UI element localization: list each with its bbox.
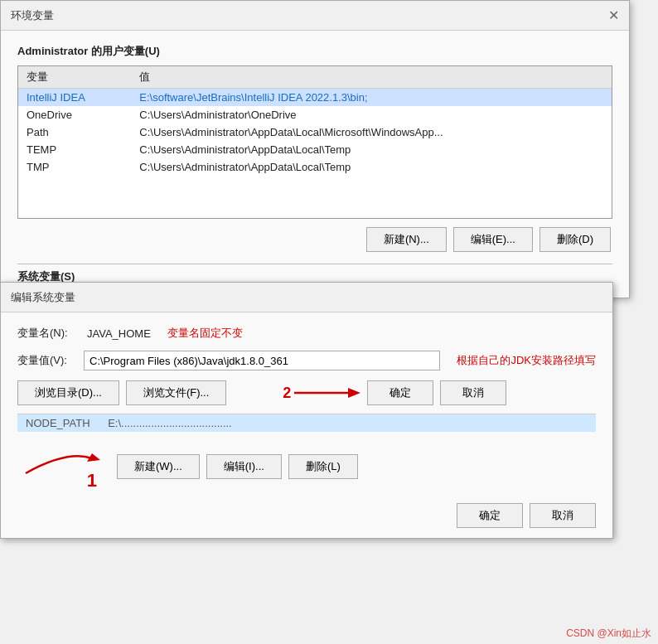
dialog-title: 环境变量 bbox=[11, 8, 54, 23]
edit-dialog-titlebar: 编辑系统变量 bbox=[1, 283, 612, 312]
edit-ok-button[interactable]: 确定 bbox=[367, 380, 433, 405]
dialog-body: Administrator 的用户变量(U) 变量 值 IntelliJ IDE… bbox=[1, 31, 629, 298]
col-value-header: 值 bbox=[131, 66, 612, 89]
user-btn-row: 新建(N)... 编辑(E)... 删除(D) bbox=[17, 227, 612, 252]
table-row[interactable]: TMP C:\Users\Administrator\AppData\Local… bbox=[18, 158, 612, 176]
edit-button-row: 浏览目录(D)... 浏览文件(F)... 2 确定 取消 bbox=[17, 380, 596, 405]
var-value-cell: C:\Users\Administrator\AppData\Local\Tem… bbox=[131, 141, 612, 158]
svg-marker-1 bbox=[348, 388, 360, 398]
user-env-table-container: 变量 值 IntelliJ IDEA E:\software\JetBrains… bbox=[17, 65, 612, 219]
user-section-title: Administrator 的用户变量(U) bbox=[17, 44, 612, 59]
delete-user-var-button[interactable]: 删除(D) bbox=[539, 227, 611, 252]
partial-node-path-row: NODE_PATH E:\...........................… bbox=[17, 414, 596, 432]
dialog-titlebar: 环境变量 ✕ bbox=[1, 1, 629, 31]
watermark: CSDN @Xin如止水 bbox=[566, 627, 651, 641]
final-btn-row: 确定 取消 bbox=[17, 503, 596, 528]
browse-file-button[interactable]: 浏览文件(F)... bbox=[126, 380, 226, 405]
var-name-cell: OneDrive bbox=[18, 106, 131, 123]
var-name-cell: IntelliJ IDEA bbox=[18, 89, 131, 107]
arrow-2-container: 2 bbox=[283, 383, 360, 403]
col-variable-header: 变量 bbox=[18, 66, 131, 89]
step-2-label: 2 bbox=[283, 385, 291, 402]
edit-sys-var-button[interactable]: 编辑(I)... bbox=[206, 454, 282, 479]
node-path-label: NODE_PATH bbox=[26, 417, 90, 429]
sys-btn-row: 新建(W)... 编辑(I)... 删除(L) bbox=[117, 454, 358, 479]
table-row[interactable]: IntelliJ IDEA E:\software\JetBrains\Inte… bbox=[18, 89, 612, 107]
edit-dialog-body: 变量名(N): JAVA_HOME 变量名固定不变 变量值(V): 根据自己的J… bbox=[1, 312, 612, 538]
main-env-dialog: 环境变量 ✕ Administrator 的用户变量(U) 变量 值 Intel… bbox=[0, 0, 630, 298]
node-path-value: E:\..................................... bbox=[108, 417, 232, 429]
var-value-row: 变量值(V): 根据自己的JDK安装路径填写 bbox=[17, 351, 596, 370]
new-sys-var-button[interactable]: 新建(W)... bbox=[117, 454, 200, 479]
final-cancel-button[interactable]: 取消 bbox=[530, 503, 596, 528]
var-name-cell: TMP bbox=[18, 158, 131, 176]
var-value-cell: C:\Users\Administrator\OneDrive bbox=[131, 106, 612, 123]
var-name-cell: TEMP bbox=[18, 141, 131, 158]
var-name-row: 变量名(N): JAVA_HOME 变量名固定不变 bbox=[17, 326, 596, 341]
arrow-1-area: 1 bbox=[17, 442, 100, 491]
edit-user-var-button[interactable]: 编辑(E)... bbox=[453, 227, 533, 252]
table-row[interactable]: TEMP C:\Users\Administrator\AppData\Loca… bbox=[18, 141, 612, 158]
var-name-cell: Path bbox=[18, 123, 131, 141]
table-row[interactable]: Path C:\Users\Administrator\AppData\Loca… bbox=[18, 123, 612, 141]
new-user-var-button[interactable]: 新建(N)... bbox=[366, 227, 447, 252]
arrow-2-icon bbox=[294, 383, 360, 403]
edit-dialog-title: 编辑系统变量 bbox=[11, 290, 75, 305]
table-header-row: 变量 值 bbox=[18, 66, 612, 89]
var-value-cell: C:\Users\Administrator\AppData\Local\Tem… bbox=[131, 158, 612, 176]
user-env-table: 变量 值 IntelliJ IDEA E:\software\JetBrains… bbox=[18, 66, 612, 176]
close-button[interactable]: ✕ bbox=[608, 9, 619, 22]
var-name-value: JAVA_HOME bbox=[87, 327, 151, 340]
table-row[interactable]: OneDrive C:\Users\Administrator\OneDrive bbox=[18, 106, 612, 123]
var-value-input[interactable] bbox=[84, 351, 440, 370]
var-value-cell: E:\software\JetBrains\IntelliJ IDEA 2022… bbox=[131, 89, 612, 107]
bottom-section: 1 新建(W)... 编辑(I)... 删除(L) bbox=[17, 442, 596, 496]
step-1-label: 1 bbox=[87, 470, 97, 491]
edit-system-var-dialog: 编辑系统变量 变量名(N): JAVA_HOME 变量名固定不变 变量值(V):… bbox=[0, 282, 613, 539]
var-value-note: 根据自己的JDK安装路径填写 bbox=[457, 353, 596, 368]
var-value-cell: C:\Users\Administrator\AppData\Local\Mic… bbox=[131, 123, 612, 141]
section-divider bbox=[17, 264, 612, 264]
delete-sys-var-button[interactable]: 删除(L) bbox=[288, 454, 358, 479]
var-name-note: 变量名固定不变 bbox=[167, 326, 243, 341]
edit-cancel-button[interactable]: 取消 bbox=[440, 380, 506, 405]
browse-dir-button[interactable]: 浏览目录(D)... bbox=[17, 380, 119, 405]
final-ok-button[interactable]: 确定 bbox=[457, 503, 523, 528]
var-value-label: 变量值(V): bbox=[17, 353, 84, 368]
var-name-label: 变量名(N): bbox=[17, 326, 84, 341]
